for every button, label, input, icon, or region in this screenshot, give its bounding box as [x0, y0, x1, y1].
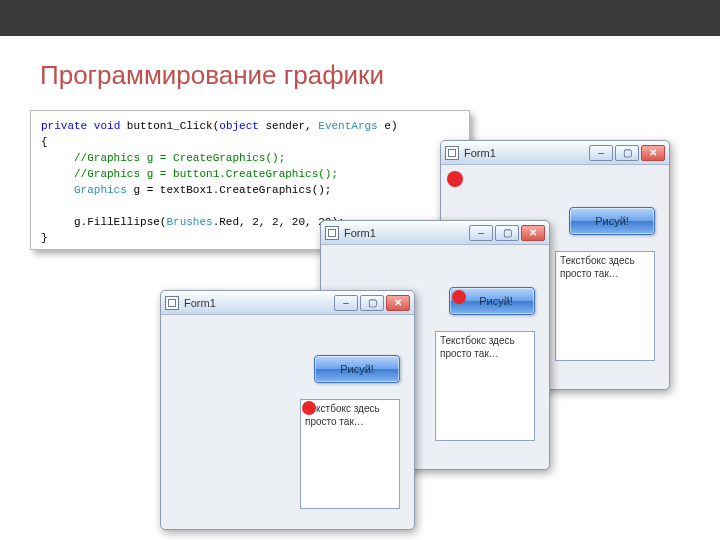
draw-button[interactable]: Рисуй! — [449, 287, 535, 315]
close-icon: ✕ — [649, 148, 657, 158]
textbox[interactable]: Текстбокс здесь просто так… — [435, 331, 535, 441]
red-dot — [452, 290, 466, 304]
form1-front: Form1 – ▢ ✕ Рисуй! Текстбокс здесь прост… — [160, 290, 415, 530]
form-icon — [445, 146, 459, 160]
draw-button[interactable]: Рисуй! — [569, 207, 655, 235]
minimize-icon: – — [598, 148, 604, 158]
red-dot — [447, 171, 463, 187]
minimize-button[interactable]: – — [334, 295, 358, 311]
close-button[interactable]: ✕ — [521, 225, 545, 241]
maximize-button[interactable]: ▢ — [360, 295, 384, 311]
type-eventargs: EventArgs — [318, 120, 377, 132]
minimize-button[interactable]: – — [469, 225, 493, 241]
maximize-icon: ▢ — [503, 228, 512, 238]
window-title: Form1 — [184, 297, 334, 309]
method-name: button1_Click — [127, 120, 213, 132]
close-button[interactable]: ✕ — [386, 295, 410, 311]
type-graphics: Graphics — [74, 184, 127, 196]
minimize-icon: – — [343, 298, 349, 308]
draw-button[interactable]: Рисуй! — [314, 355, 400, 383]
kw-object: object — [219, 120, 259, 132]
form-icon — [325, 226, 339, 240]
top-bar — [0, 0, 720, 36]
textbox[interactable]: Текстбокс здесь просто так… — [555, 251, 655, 361]
minimize-button[interactable]: – — [589, 145, 613, 161]
maximize-icon: ▢ — [623, 148, 632, 158]
close-icon: ✕ — [529, 228, 537, 238]
kw-private: private — [41, 120, 87, 132]
close-button[interactable]: ✕ — [641, 145, 665, 161]
minimize-icon: – — [478, 228, 484, 238]
window-title: Form1 — [464, 147, 589, 159]
close-icon: ✕ — [394, 298, 402, 308]
form-icon — [165, 296, 179, 310]
maximize-button[interactable]: ▢ — [495, 225, 519, 241]
red-dot — [302, 401, 316, 415]
windows-stage: Form1 – ▢ ✕ Рисуй! Текстбокс здесь прост… — [150, 140, 710, 540]
titlebar[interactable]: Form1 – ▢ ✕ — [161, 291, 414, 315]
kw-void: void — [94, 120, 120, 132]
window-title: Form1 — [344, 227, 469, 239]
client-area: Рисуй! Текстбокс здесь просто так… — [161, 315, 414, 529]
maximize-icon: ▢ — [368, 298, 377, 308]
slide-title: Программирование графики — [40, 60, 384, 91]
titlebar[interactable]: Form1 – ▢ ✕ — [321, 221, 549, 245]
titlebar[interactable]: Form1 – ▢ ✕ — [441, 141, 669, 165]
textbox[interactable]: Текстбокс здесь просто так… — [300, 399, 400, 509]
maximize-button[interactable]: ▢ — [615, 145, 639, 161]
